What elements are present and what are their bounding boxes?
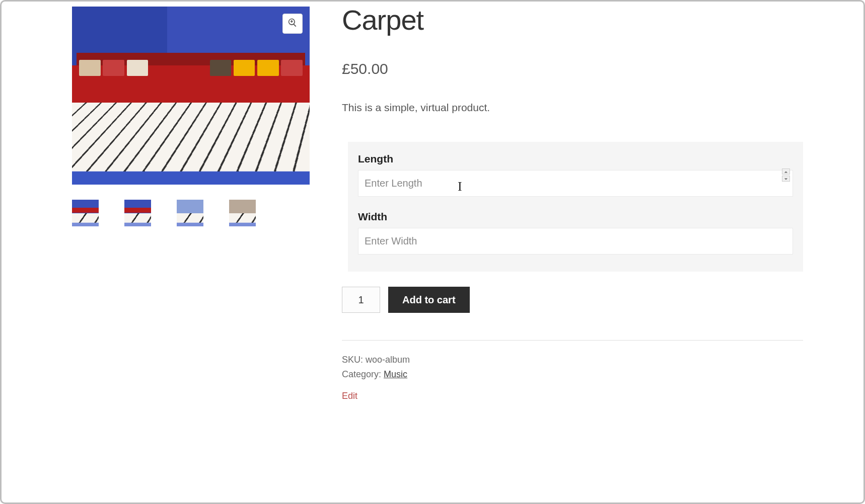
add-to-cart-button[interactable]: Add to cart — [388, 287, 470, 313]
gallery-thumb-3[interactable] — [177, 200, 203, 226]
sku-value: woo-album — [366, 355, 410, 365]
gallery-thumbnails — [72, 200, 310, 226]
gallery-thumb-4[interactable] — [229, 200, 256, 226]
magnifier-plus-icon — [287, 18, 298, 30]
length-label: Length — [358, 153, 793, 165]
category-link[interactable]: Music — [384, 369, 407, 379]
product-options: Length I Width — [348, 142, 803, 272]
product-price: £50.00 — [342, 60, 803, 77]
length-spinners — [782, 169, 790, 182]
meta-divider — [342, 340, 803, 341]
product-meta: SKU: woo-album Category: Music — [342, 353, 803, 382]
width-label: Width — [358, 211, 793, 223]
gallery-thumb-1[interactable] — [72, 200, 99, 226]
product-gallery — [72, 7, 310, 401]
category-label: Category: — [342, 369, 384, 379]
length-input[interactable] — [358, 170, 793, 197]
sku-label: SKU: — [342, 355, 366, 365]
zoom-button[interactable] — [282, 14, 303, 34]
product-title: Carpet — [342, 4, 803, 36]
chevron-down-icon — [784, 174, 788, 183]
edit-link[interactable]: Edit — [342, 391, 357, 401]
width-input[interactable] — [358, 228, 793, 255]
quantity-input[interactable] — [342, 287, 380, 313]
product-description: This is a simple, virtual product. — [342, 102, 803, 114]
gallery-thumb-2[interactable] — [124, 200, 151, 226]
length-step-down[interactable] — [782, 176, 790, 182]
gallery-main-image[interactable] — [72, 7, 310, 185]
product-summary: Carpet £50.00 This is a simple, virtual … — [342, 7, 803, 401]
